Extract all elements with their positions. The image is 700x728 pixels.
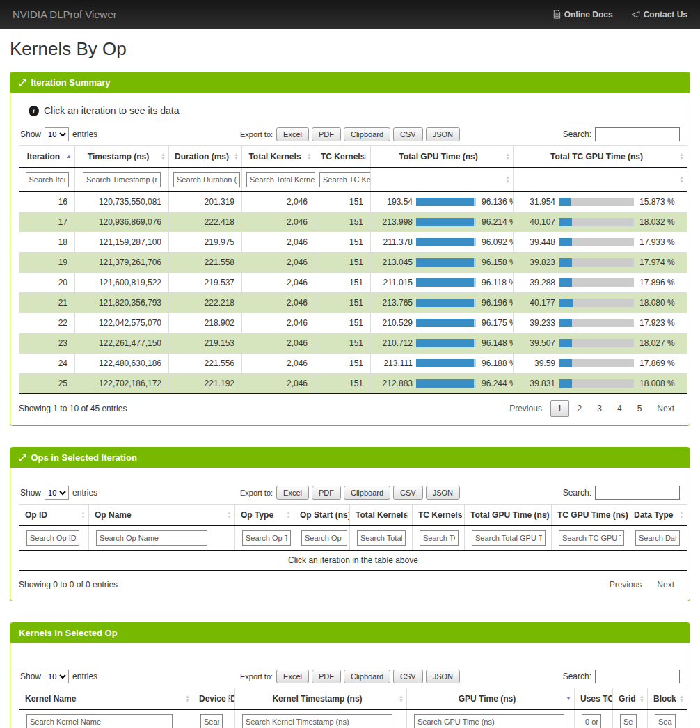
column-header-total-kernels[interactable]: Total Kernels▲▼ — [242, 146, 315, 168]
pagination-page-5[interactable]: 5 — [630, 400, 649, 417]
pagination-page-4[interactable]: 4 — [610, 400, 629, 417]
filter-input-uses-tc[interactable] — [582, 714, 601, 728]
column-header-op-start-ns[interactable]: Op Start (ns)▲▼ — [294, 505, 350, 526]
filter-input-gpu-time-ns[interactable] — [414, 714, 564, 728]
iteration-row[interactable]: 18121,159,287,100219.9752,046151211.3789… — [19, 232, 687, 253]
bar-value: 39.59 — [520, 358, 555, 368]
column-header-total-kernels[interactable]: Total Kernels▲▼ — [350, 505, 413, 526]
iteration-row[interactable]: 19121,379,261,706221.5582,046151213.0459… — [19, 253, 687, 273]
filter-input-total-kernels[interactable] — [246, 172, 315, 187]
progress-bar-fill — [416, 198, 474, 206]
search-input[interactable] — [595, 127, 680, 141]
filter-input-iteration[interactable] — [26, 172, 69, 187]
bar-percent: 17.974 % — [637, 258, 680, 267]
column-header-duration-ms[interactable]: Duration (ms)▲▼ — [169, 146, 242, 168]
column-header-tc-gpu-time-ns[interactable]: TC GPU Time (ns)▲▼ — [552, 505, 628, 526]
column-filter-device-id — [193, 710, 235, 728]
column-header-tc-kernels[interactable]: TC Kernels▲▼ — [315, 146, 371, 168]
export-clipboard-button[interactable]: Clipboard — [344, 127, 390, 141]
column-header-op-type[interactable]: Op Type▲▼ — [235, 505, 294, 526]
cell-gpu-time: 212.88396.244 % — [371, 374, 514, 394]
iteration-row[interactable]: 21121,820,356,793222.2182,046151213.7659… — [19, 293, 687, 313]
search-input[interactable] — [595, 670, 680, 683]
export-pdf-button[interactable]: PDF — [312, 670, 341, 683]
export-csv-button[interactable]: CSV — [393, 127, 423, 141]
export-json-button[interactable]: JSON — [426, 486, 460, 500]
column-header-iteration[interactable]: Iteration▲ — [19, 146, 75, 168]
column-header-kernel-timestamp-ns[interactable]: Kernel Timestamp (ns)▲▼ — [235, 688, 407, 710]
filter-input-total-gpu-time-ns[interactable] — [472, 530, 546, 546]
column-filter-timestamp-ns — [75, 168, 169, 192]
contact-us-link[interactable]: Contact Us — [631, 10, 687, 19]
column-header-total-gpu-time-ns[interactable]: Total GPU Time (ns)▲▼ — [371, 146, 514, 168]
app-brand[interactable]: NVIDIA DLProf Viewer — [13, 8, 117, 20]
pagination-previous[interactable]: Previous — [502, 401, 549, 416]
page-size-select[interactable]: 10 — [45, 486, 69, 500]
iteration-row[interactable]: 22122,042,575,070218.9022,046151210.5299… — [19, 313, 687, 333]
export-csv-button[interactable]: CSV — [393, 486, 423, 500]
pagination-next[interactable]: Next — [650, 401, 681, 416]
pagination-previous[interactable]: Previous — [603, 577, 649, 592]
export-excel-button[interactable]: Excel — [276, 486, 309, 500]
filter-input-timestamp-ns[interactable] — [83, 172, 161, 187]
filter-input-tc-gpu-time-ns[interactable] — [559, 530, 624, 546]
column-header-device-id[interactable]: Device ID▲▼ — [193, 688, 235, 710]
export-excel-button[interactable]: Excel — [276, 670, 309, 683]
export-pdf-button[interactable]: PDF — [312, 486, 341, 500]
column-header-op-name[interactable]: Op Name▲▼ — [89, 505, 235, 526]
pagination-page-1[interactable]: 1 — [550, 400, 569, 417]
filter-input-block[interactable] — [655, 714, 676, 728]
filter-input-op-id[interactable] — [26, 530, 79, 546]
page-size-select[interactable]: 10 — [45, 670, 69, 683]
filter-input-op-name[interactable] — [96, 530, 207, 546]
bar-percent: 96.214 % — [479, 217, 514, 227]
column-header-tc-kernels[interactable]: TC Kernels▲▼ — [413, 505, 465, 526]
cell-tc-kernels: 151 — [315, 293, 371, 313]
column-header-total-gpu-time-ns[interactable]: Total GPU Time (ns)▼ — [465, 505, 552, 526]
iteration-row[interactable]: 16120,735,550,081201.3192,046151193.5496… — [19, 192, 687, 212]
iteration-row[interactable]: 17120,936,869,076222.4182,046151213.9989… — [19, 212, 687, 232]
pagination-page-2[interactable]: 2 — [571, 400, 589, 417]
search-input[interactable] — [595, 486, 680, 500]
filter-input-duration-ms[interactable] — [173, 172, 240, 187]
filter-input-grid[interactable] — [620, 714, 637, 728]
iteration-row[interactable]: 23122,261,477,150219.1532,046151210.7129… — [19, 333, 687, 354]
column-header-data-type[interactable]: Data Type▲▼ — [628, 505, 687, 526]
column-label: Op ID — [25, 510, 47, 520]
filter-input-data-type[interactable] — [635, 530, 680, 546]
pagination-page-3[interactable]: 3 — [590, 400, 609, 417]
column-header-op-id[interactable]: Op ID▲▼ — [19, 505, 89, 526]
column-header-total-tc-gpu-time-ns[interactable]: Total TC GPU Time (ns)▲▼ — [514, 146, 687, 168]
filter-input-op-start-ns[interactable] — [301, 530, 347, 546]
export-pdf-button[interactable]: PDF — [312, 127, 341, 141]
pagination-next[interactable]: Next — [650, 577, 681, 592]
column-header-block[interactable]: Block▲▼ — [648, 688, 687, 710]
column-header-kernel-name[interactable]: Kernel Name▲▼ — [19, 688, 193, 710]
column-header-grid[interactable]: Grid▲▼ — [613, 688, 648, 710]
filter-input-op-type[interactable] — [242, 530, 291, 546]
cell-timestamp: 122,042,575,070 — [75, 313, 169, 333]
iteration-row[interactable]: 25122,702,186,172221.1922,046151212.8839… — [19, 374, 687, 394]
progress-bar-fill — [416, 379, 474, 388]
filter-input-kernel-name[interactable] — [26, 714, 173, 728]
export-csv-button[interactable]: CSV — [393, 670, 423, 683]
column-header-timestamp-ns[interactable]: Timestamp (ns)▲▼ — [75, 146, 169, 168]
online-docs-link[interactable]: Online Docs — [552, 10, 613, 19]
iteration-row[interactable]: 20121,600,819,522219.5372,046151211.0159… — [19, 273, 687, 293]
filter-input-kernel-timestamp-ns[interactable] — [242, 714, 392, 728]
column-header-uses-tc[interactable]: Uses TC▲▼ — [575, 688, 613, 710]
filter-input-tc-kernels[interactable] — [319, 172, 371, 187]
export-clipboard-button[interactable]: Clipboard — [344, 486, 390, 500]
filter-input-tc-kernels[interactable] — [420, 530, 459, 546]
bar-percent: 18.027 % — [637, 338, 680, 348]
filter-input-device-id[interactable] — [200, 714, 223, 728]
export-excel-button[interactable]: Excel — [276, 127, 309, 141]
page-size-select[interactable]: 10 — [45, 127, 69, 141]
export-json-button[interactable]: JSON — [426, 127, 460, 141]
column-header-gpu-time-ns[interactable]: GPU Time (ns)▼ — [407, 688, 575, 710]
sort-asc-icon: ▲ — [66, 154, 72, 159]
filter-input-total-kernels[interactable] — [357, 530, 406, 546]
iteration-row[interactable]: 24122,480,630,186221.5562,046151213.1119… — [19, 354, 687, 374]
export-clipboard-button[interactable]: Clipboard — [344, 670, 390, 683]
export-json-button[interactable]: JSON — [426, 670, 460, 683]
